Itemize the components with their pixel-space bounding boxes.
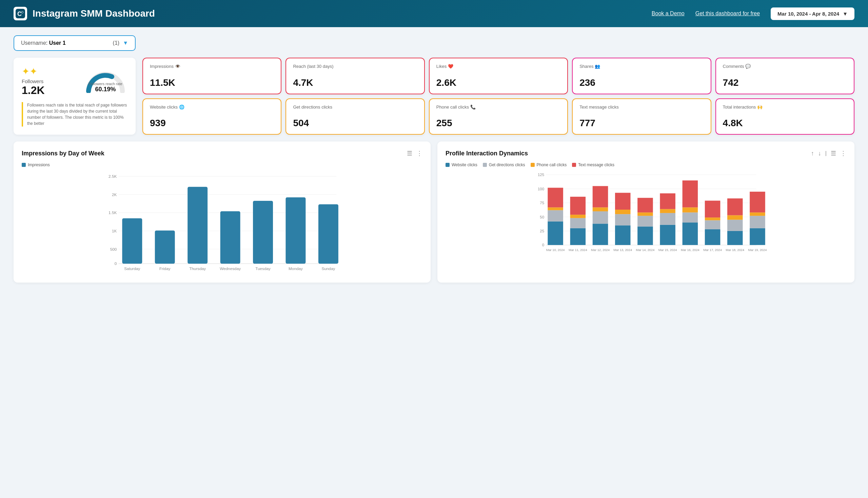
profile-bar-label-1: Mar 11, 2024 bbox=[569, 248, 587, 252]
stat-card-2: Likes ❤️ 2.6K bbox=[429, 58, 568, 94]
stat-card-4: Comments 💬 742 bbox=[716, 58, 854, 94]
profile-legend-item-0: Website clicks bbox=[445, 162, 477, 167]
profile-bar-3-seg-0 bbox=[615, 225, 631, 245]
gauge-container: Followers reach rate 60.19% bbox=[83, 66, 128, 93]
profile-more-icon[interactable]: ⋮ bbox=[840, 149, 846, 157]
impressions-chart-header: Impressions by Day of Week ☰ ⋮ bbox=[22, 149, 423, 157]
header-left: C ⬡ Instagram SMM Dashboard bbox=[14, 7, 155, 21]
impressions-bar-label-0: Saturday bbox=[124, 266, 140, 271]
main-content: Username: User 1 (1) ▼ ✦✦ Followers 1.2K bbox=[0, 27, 868, 291]
followers-top: ✦✦ Followers 1.2K Followers reach rate 6… bbox=[22, 66, 128, 97]
profile-bar-0-seg-1 bbox=[548, 210, 563, 222]
profile-bar-8-seg-0 bbox=[727, 231, 743, 245]
get-dashboard-link[interactable]: Get this dashboard for free bbox=[695, 11, 760, 17]
profile-bar-6-seg-2 bbox=[682, 207, 698, 212]
book-demo-link[interactable]: Book a Demo bbox=[652, 11, 684, 17]
profile-bar-7-seg-3 bbox=[705, 200, 721, 218]
sort-asc-icon[interactable]: ↑ bbox=[811, 150, 814, 157]
impressions-bar-0 bbox=[122, 218, 142, 264]
username-dropdown[interactable]: Username: User 1 (1) ▼ bbox=[14, 35, 136, 51]
username-badge: (1) bbox=[113, 40, 120, 46]
username-field-value: User 1 bbox=[49, 40, 66, 46]
stat-label-0: Impressions 👁️ bbox=[150, 64, 274, 69]
svg-text:0: 0 bbox=[542, 243, 544, 247]
followers-card: ✦✦ Followers 1.2K Followers reach rate 6… bbox=[14, 58, 136, 135]
date-range-label: Mar 10, 2024 - Apr 8, 2024 bbox=[777, 11, 839, 17]
svg-text:0: 0 bbox=[115, 261, 117, 266]
impressions-chart-card: Impressions by Day of Week ☰ ⋮ Impressio… bbox=[14, 142, 431, 283]
profile-chart-title: Profile Interaction Dynamics bbox=[445, 150, 528, 157]
profile-bar-1-seg-2 bbox=[570, 215, 586, 218]
impressions-legend: Impressions bbox=[22, 162, 423, 167]
impressions-bar-5 bbox=[286, 197, 306, 264]
impressions-bar-label-4: Tuesday bbox=[255, 266, 270, 271]
profile-bar-4-seg-2 bbox=[638, 212, 653, 216]
stat-label-6: Get directions clicks bbox=[293, 104, 417, 109]
svg-text:50: 50 bbox=[540, 215, 544, 219]
stat-value-2: 2.6K bbox=[436, 77, 560, 88]
profile-filter-icon[interactable]: ☰ bbox=[831, 149, 836, 157]
profile-bar-2-seg-3 bbox=[593, 186, 608, 207]
gauge-text: Followers reach rate 60.19% bbox=[89, 82, 122, 93]
impressions-bar-label-2: Thursday bbox=[189, 266, 206, 271]
svg-text:100: 100 bbox=[538, 187, 544, 191]
profile-bar-6-seg-3 bbox=[682, 181, 698, 207]
stat-value-6: 504 bbox=[293, 118, 417, 129]
date-range-button[interactable]: Mar 10, 2024 - Apr 8, 2024 ▼ bbox=[771, 8, 854, 20]
profile-bar-2-seg-1 bbox=[593, 211, 608, 224]
profile-bar-6-seg-1 bbox=[682, 212, 698, 223]
profile-legend-item-1: Get directions clicks bbox=[483, 162, 525, 167]
svg-text:2K: 2K bbox=[112, 192, 117, 197]
impressions-bar-6 bbox=[318, 204, 338, 264]
svg-text:⬡: ⬡ bbox=[21, 11, 23, 14]
username-dropdown-arrow-icon: ▼ bbox=[123, 40, 128, 46]
profile-bar-1-seg-1 bbox=[570, 218, 586, 228]
profile-bar-5-seg-3 bbox=[660, 193, 676, 209]
profile-bar-6-seg-0 bbox=[682, 223, 698, 245]
profile-bar-7-seg-2 bbox=[705, 218, 721, 220]
sort-desc-icon[interactable]: ↓ bbox=[818, 150, 821, 157]
impressions-bar-label-3: Wednesday bbox=[220, 266, 241, 271]
stat-value-7: 255 bbox=[436, 118, 560, 129]
profile-bar-4-seg-0 bbox=[638, 227, 653, 245]
profile-bar-1-seg-0 bbox=[570, 228, 586, 245]
impressions-bar-1 bbox=[155, 230, 175, 264]
stat-label-5: Website clicks 🌐 bbox=[150, 104, 274, 109]
profile-bar-3-seg-2 bbox=[615, 210, 631, 214]
profile-bar-9-seg-1 bbox=[750, 216, 765, 228]
profile-bar-2-seg-0 bbox=[593, 224, 608, 245]
profile-bar-label-5: Mar 15, 2024 bbox=[658, 248, 677, 252]
profile-bar-label-3: Mar 13, 2024 bbox=[613, 248, 632, 252]
profile-bar-label-2: Mar 12, 2024 bbox=[591, 248, 610, 252]
svg-text:25: 25 bbox=[540, 229, 544, 233]
profile-bar-5-seg-0 bbox=[660, 225, 676, 245]
stat-value-0: 11.5K bbox=[150, 77, 274, 88]
stat-card-7: Phone call clicks 📞 255 bbox=[429, 99, 568, 135]
profile-bar-chart: 125 100 75 50 25 0 Mar 10, 2024Mar 11, 2… bbox=[445, 171, 846, 273]
profile-bar-label-7: Mar 17, 2024 bbox=[703, 248, 722, 252]
stat-value-1: 4.7K bbox=[293, 77, 417, 88]
profile-bar-9-seg-0 bbox=[750, 228, 765, 245]
profile-bar-label-4: Mar 14, 2024 bbox=[636, 248, 655, 252]
top-section: ✦✦ Followers 1.2K Followers reach rate 6… bbox=[14, 58, 854, 135]
stat-label-3: Shares 👥 bbox=[579, 64, 704, 69]
impressions-legend-dot bbox=[22, 163, 26, 167]
impressions-chart-actions: ☰ ⋮ bbox=[407, 149, 423, 157]
profile-legend-dot-1 bbox=[483, 163, 487, 167]
gauge-sublabel: Followers reach rate bbox=[89, 82, 122, 86]
impressions-bar-label-5: Monday bbox=[289, 266, 303, 271]
profile-legend-dot-3 bbox=[572, 163, 576, 167]
followers-value: 1.2K bbox=[22, 84, 77, 97]
stat-label-4: Comments 💬 bbox=[723, 64, 847, 69]
stat-value-3: 236 bbox=[579, 77, 704, 88]
filter-icon[interactable]: ☰ bbox=[407, 149, 412, 157]
sparkle-icon: ✦✦ bbox=[22, 66, 77, 77]
stat-card-6: Get directions clicks 504 bbox=[285, 99, 425, 135]
svg-text:125: 125 bbox=[538, 173, 544, 177]
profile-bar-0-seg-0 bbox=[548, 222, 563, 245]
more-options-icon[interactable]: ⋮ bbox=[416, 149, 423, 157]
profile-bar-label-0: Mar 10, 2024 bbox=[546, 248, 565, 252]
svg-text:2.5K: 2.5K bbox=[108, 174, 117, 179]
profile-chart-header: Profile Interaction Dynamics ↑ ↓ | ☰ ⋮ bbox=[445, 149, 846, 157]
impressions-bar-chart: 2.5K 2K 1.5K 1K 500 0 SaturdayFridayThur… bbox=[22, 171, 423, 273]
